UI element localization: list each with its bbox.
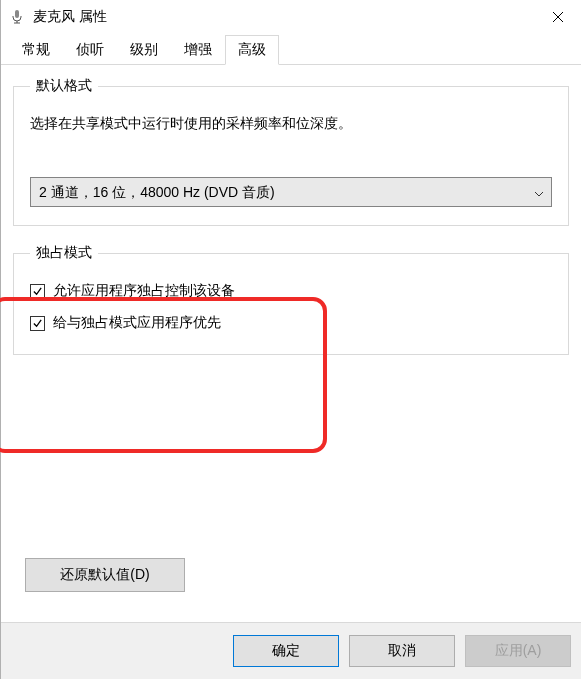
exclusive-mode-group: 独占模式 允许应用程序独占控制该设备 给与独占模式应用程序优先 <box>13 244 569 355</box>
cancel-button[interactable]: 取消 <box>349 635 455 667</box>
exclusive-mode-legend: 独占模式 <box>30 244 98 262</box>
microphone-icon <box>9 9 25 25</box>
default-format-description: 选择在共享模式中运行时使用的采样频率和位深度。 <box>30 115 552 133</box>
apply-button[interactable]: 应用(A) <box>465 635 571 667</box>
window-title: 麦克风 属性 <box>33 8 535 26</box>
close-icon <box>552 11 564 23</box>
default-format-group: 默认格式 选择在共享模式中运行时使用的采样频率和位深度。 2 通道，16 位，4… <box>13 77 569 226</box>
tab-levels[interactable]: 级别 <box>117 35 171 65</box>
svg-rect-0 <box>15 10 19 18</box>
properties-dialog: 麦克风 属性 常规 侦听 级别 增强 高级 默认格式 选择在共享模式中运行时使用… <box>0 0 581 679</box>
exclusive-priority-label: 给与独占模式应用程序优先 <box>53 314 221 332</box>
ok-button[interactable]: 确定 <box>233 635 339 667</box>
tab-advanced[interactable]: 高级 <box>225 35 279 65</box>
tabs-bar: 常规 侦听 级别 增强 高级 <box>1 34 581 65</box>
sample-rate-select[interactable]: 2 通道，16 位，48000 Hz (DVD 音质) <box>30 177 552 207</box>
dialog-footer: 确定 取消 应用(A) <box>1 622 581 679</box>
restore-defaults-button[interactable]: 还原默认值(D) <box>25 558 185 592</box>
default-format-legend: 默认格式 <box>30 77 98 95</box>
close-button[interactable] <box>535 2 581 32</box>
allow-exclusive-control-checkbox[interactable] <box>30 284 45 299</box>
allow-exclusive-control-label: 允许应用程序独占控制该设备 <box>53 282 235 300</box>
tab-enhancements[interactable]: 增强 <box>171 35 225 65</box>
tab-listen[interactable]: 侦听 <box>63 35 117 65</box>
tab-general[interactable]: 常规 <box>9 35 63 65</box>
exclusive-priority-checkbox[interactable] <box>30 316 45 331</box>
titlebar: 麦克风 属性 <box>1 0 581 34</box>
tab-body: 默认格式 选择在共享模式中运行时使用的采样频率和位深度。 2 通道，16 位，4… <box>1 65 581 622</box>
checkmark-icon <box>32 286 43 297</box>
checkmark-icon <box>32 318 43 329</box>
